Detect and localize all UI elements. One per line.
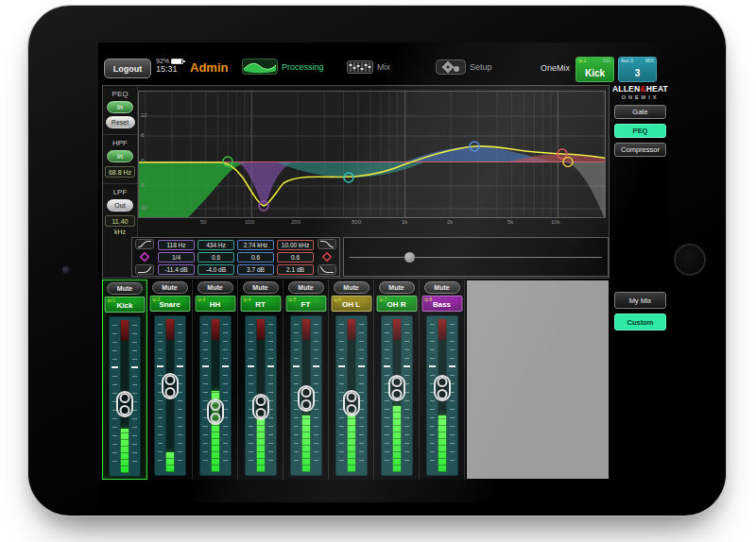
channel-fader[interactable] <box>289 314 323 477</box>
fader-cap[interactable] <box>252 394 269 420</box>
fader-track[interactable] <box>290 315 322 476</box>
spacer <box>612 157 668 287</box>
compressor-button[interactable]: Compressor <box>614 143 666 157</box>
fader-track[interactable] <box>381 315 413 476</box>
mute-button[interactable]: Mute <box>152 281 188 294</box>
mute-button[interactable]: Mute <box>288 281 324 294</box>
fader-cap[interactable] <box>298 385 315 412</box>
fader-scale-ticks <box>132 325 137 468</box>
channel-name-button[interactable]: Ip 1 Kick <box>105 296 146 313</box>
fader-cap[interactable] <box>207 398 224 425</box>
fader-track[interactable] <box>335 315 368 476</box>
channel-fader[interactable] <box>108 315 142 478</box>
peq-reset-button[interactable]: Reset <box>106 116 135 128</box>
lpf-curve-icon[interactable] <box>318 239 336 249</box>
mute-button[interactable]: Mute <box>424 281 460 294</box>
channel-strip: Mute Ip 5 FT <box>284 279 329 480</box>
peak-diamond-icon[interactable] <box>321 251 333 263</box>
mute-button[interactable]: Mute <box>243 281 279 294</box>
fader-track[interactable] <box>199 315 232 476</box>
fader-cap[interactable] <box>434 375 451 401</box>
channel-name-button[interactable]: Ip 4 RT <box>240 296 281 312</box>
band3-freq[interactable]: 2.74 kHz <box>237 240 274 250</box>
lpf-section-title: LPF <box>103 188 137 196</box>
channel-fader[interactable] <box>380 314 414 477</box>
band3-gain[interactable]: 3.7 dB <box>237 264 274 275</box>
my-mix-button[interactable]: My Mix <box>614 292 666 309</box>
fader-track[interactable] <box>109 316 141 477</box>
app-screen: Logout 92% 15:31 Admin Processing <box>98 42 668 502</box>
tab-mix[interactable]: Mix <box>347 60 390 74</box>
high-shelf-curve-icon[interactable] <box>318 264 336 275</box>
channel-fader[interactable] <box>244 314 278 477</box>
home-button[interactable] <box>674 244 706 276</box>
channel-sel-label: SEL <box>603 59 611 63</box>
hpf-in-button[interactable]: In <box>107 150 133 162</box>
band1-freq[interactable]: 118 Hz <box>158 240 195 250</box>
band2-gain[interactable]: -4.0 dB <box>198 264 234 275</box>
fader-cap[interactable] <box>116 391 133 417</box>
mute-button[interactable]: Mute <box>379 281 415 294</box>
hpf-curve-icon[interactable] <box>135 239 154 249</box>
channel-fader[interactable] <box>153 314 187 477</box>
tab-setup[interactable]: Setup <box>436 59 492 75</box>
band-parameter-grid: 118 Hz 1/4 -11.4 dB 434 Hz 0.6 -4.0 dB 2… <box>131 237 340 277</box>
band4-freq[interactable]: 10.00 kHz <box>277 240 314 250</box>
fader-cap[interactable] <box>343 390 360 416</box>
fader-track[interactable] <box>426 315 458 476</box>
channel-name-button[interactable]: Ip 5 FT <box>285 296 326 312</box>
notch-diamond-icon[interactable] <box>139 251 150 263</box>
low-shelf-curve-icon[interactable] <box>135 264 154 275</box>
mute-button[interactable]: Mute <box>198 281 233 294</box>
band1-gain[interactable]: -11.4 dB <box>158 264 195 275</box>
fader-cap[interactable] <box>388 375 405 401</box>
selected-channel-button[interactable]: Ip 1 SEL Kick <box>576 57 614 82</box>
fader-track[interactable] <box>154 315 186 476</box>
fader-cap[interactable] <box>162 373 179 399</box>
mute-button[interactable]: Mute <box>107 282 143 295</box>
peq-button[interactable]: PEQ <box>614 124 666 138</box>
fader-scale-ticks <box>203 324 208 467</box>
hpf-frequency-value[interactable]: 68.8 Hz <box>105 166 135 178</box>
logout-button[interactable]: Logout <box>104 59 151 78</box>
fader-scale-ticks <box>249 324 253 467</box>
band3-width[interactable]: 0.6 <box>237 252 274 263</box>
channel-fader[interactable] <box>198 314 232 477</box>
gate-button[interactable]: Gate <box>614 105 666 119</box>
channel-fader[interactable] <box>425 314 459 477</box>
fader-scale-ticks <box>158 324 163 467</box>
channel-strip: Mute Ip 7 OH R <box>374 279 420 480</box>
zero-db-tick <box>112 366 118 368</box>
tab-processing[interactable]: Processing <box>242 59 324 75</box>
mute-label: Mute <box>252 284 267 291</box>
mute-button[interactable]: Mute <box>334 281 369 294</box>
peq-in-button[interactable]: In <box>107 101 133 113</box>
band1-width[interactable]: 1/4 <box>158 252 195 263</box>
left-filter-icons <box>134 239 155 275</box>
custom-button[interactable]: Custom <box>614 313 666 330</box>
channel-strip-area: Mute Ip 1 Kick Mute Ip 2 Snare <box>102 279 610 480</box>
channel-fader[interactable] <box>335 314 369 477</box>
zero-db-tick <box>267 365 274 367</box>
y-axis-label: 0 <box>141 158 144 163</box>
fader-scale-ticks <box>359 324 364 467</box>
tab-setup-label: Setup <box>470 62 492 72</box>
eq-curve-graph[interactable]: 12 6 0 6 12 <box>138 91 606 218</box>
lpf-frequency-value[interactable]: 11.40 kHz <box>105 215 135 227</box>
channel-name-button[interactable]: Ip 7 OH R <box>376 296 417 312</box>
lpf-out-button[interactable]: Out <box>107 199 133 212</box>
band4-params: 10.00 kHz 0.6 2.1 dB <box>277 240 314 275</box>
zero-db-tick <box>404 365 410 367</box>
band2-freq[interactable]: 434 Hz <box>198 240 234 250</box>
fader-track[interactable] <box>245 315 277 476</box>
band2-width[interactable]: 0.6 <box>198 252 234 263</box>
slider-handle[interactable] <box>404 252 415 263</box>
selected-mix-button[interactable]: Aux 3 MIX 3 <box>618 57 657 82</box>
channel-name-button[interactable]: Ip 8 Bass <box>421 296 462 312</box>
channel-name-button[interactable]: Ip 3 HH <box>195 296 235 312</box>
channel-name-button[interactable]: Ip 6 OH L <box>331 296 371 312</box>
channel-name-button[interactable]: Ip 2 Snare <box>149 296 190 312</box>
y-axis-label: 12 <box>141 205 147 211</box>
band4-width[interactable]: 0.6 <box>277 252 314 263</box>
band4-gain[interactable]: 2.1 dB <box>277 264 314 275</box>
